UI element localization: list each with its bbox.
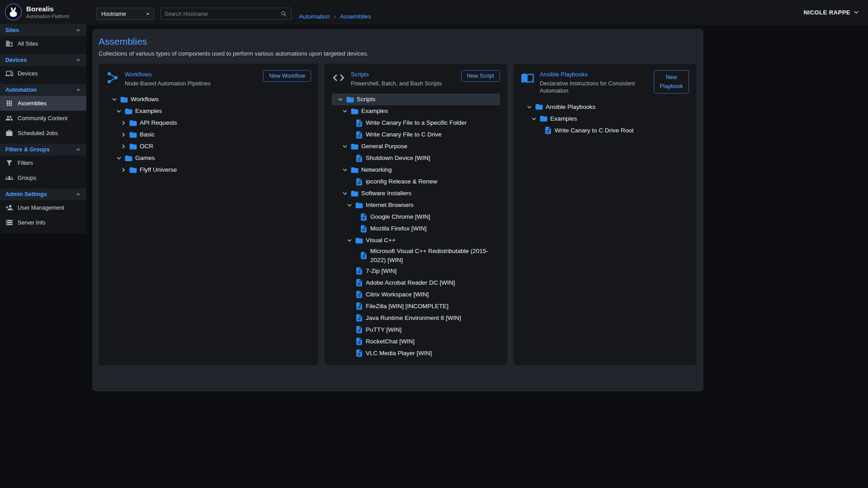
tree-node-label: RocketChat [WIN]: [366, 337, 415, 346]
chevron-right-icon[interactable]: [119, 166, 127, 174]
sidebar-item-assemblies[interactable]: Assemblies: [0, 96, 86, 111]
chevron-down-icon[interactable]: [115, 107, 123, 115]
search-icon[interactable]: [280, 10, 288, 18]
sidebar-section-header-devices[interactable]: Devices: [0, 54, 86, 66]
sidebar-item-groups[interactable]: Groups: [0, 170, 86, 185]
tree-folder-networking[interactable]: Networking: [332, 164, 500, 176]
hostname-dropdown[interactable]: Hostname: [96, 8, 154, 20]
section-label: Automation: [5, 87, 37, 93]
tree-file-write-canary-to-c-drive-root[interactable]: Write Canary to C Drive Root: [521, 125, 689, 136]
tree-file-vlc-media-player-win[interactable]: VLC Media Player [WIN]: [332, 347, 500, 359]
tree-folder-ansible-playbooks[interactable]: Ansible Playbooks: [521, 101, 689, 113]
tree-file-write-canary-file-to-c-drive[interactable]: Write Canary File to C Drive: [332, 129, 500, 141]
tree-folder-ocr[interactable]: OCR: [106, 141, 311, 152]
tree-folder-workflows[interactable]: Workflows: [106, 94, 311, 105]
breadcrumb-current-assemblies[interactable]: Assemblies: [340, 13, 371, 20]
sidebar-section-sites: SitesAll Sites: [0, 24, 86, 51]
sidebar: SitesAll SitesDevicesDevicesAutomationAs…: [0, 24, 86, 233]
sidebar-item-community-content[interactable]: Community Content: [0, 111, 86, 126]
breadcrumb-link-automation[interactable]: Automation: [299, 13, 330, 20]
chevron-down-icon[interactable]: [345, 201, 354, 209]
chevron-down-icon[interactable]: [530, 115, 538, 123]
chevron-spacer: [345, 154, 354, 162]
sidebar-section-header-admin-settings[interactable]: Admin Settings: [0, 188, 86, 200]
sidebar-item-user-management[interactable]: User Management: [0, 200, 86, 215]
search-input[interactable]: [165, 11, 280, 17]
tree-node-label: Visual C++: [366, 236, 396, 245]
tree-folder-api-requests[interactable]: API Requests: [106, 117, 311, 129]
sidebar-section-header-sites[interactable]: Sites: [0, 24, 86, 36]
tree-file-mozilla-firefox-win[interactable]: Mozilla Firefox [WIN]: [332, 223, 500, 235]
tree-file-putty-win[interactable]: PuTTY [WIN]: [332, 324, 500, 335]
tree-file-write-canary-file-to-a-specific-folder[interactable]: Write Canary File to a Specific Folder: [332, 117, 500, 129]
tree-folder-scripts[interactable]: Scripts: [332, 94, 500, 105]
tree-node-label: Basic: [140, 130, 155, 139]
tree-folder-flyff-universe[interactable]: Flyff Universe: [106, 164, 311, 176]
file-icon: [359, 225, 368, 233]
chevron-down-icon[interactable]: [115, 154, 123, 162]
tree-file-shutdown-device-win[interactable]: Shutdown Device [WIN]: [332, 152, 500, 164]
tree-folder-games[interactable]: Games: [106, 152, 311, 164]
chevron-down-icon[interactable]: [341, 166, 349, 174]
file-icon: [355, 349, 363, 357]
chevron-down-icon[interactable]: [341, 189, 349, 197]
tree-file-microsoft-visual-c-redistributable-2015-2022-win[interactable]: Microsoft Visual C++ Redistributable (20…: [332, 246, 500, 265]
ansible-playbooks-card: Ansible Playbooks Declarative Instructio…: [514, 64, 696, 365]
chevron-right-icon[interactable]: [119, 142, 127, 150]
tree-folder-examples[interactable]: Examples: [106, 105, 311, 117]
borealis-logo-icon: [5, 3, 22, 21]
tree-folder-examples[interactable]: Examples: [332, 105, 500, 117]
page-description: Collections of various types of componen…: [99, 50, 697, 57]
tree-node-label: General Purpose: [361, 142, 407, 151]
sidebar-item-devices[interactable]: Devices: [0, 66, 86, 81]
tree-folder-general-purpose[interactable]: General Purpose: [332, 141, 500, 152]
chevron-right-icon[interactable]: [119, 131, 127, 139]
new-playbook-button[interactable]: New Playbook: [654, 70, 689, 94]
user-menu[interactable]: NICOLE RAPPE: [803, 0, 861, 24]
chevron-spacer: [345, 267, 354, 275]
sidebar-item-label: User Management: [18, 205, 64, 211]
sidebar-section-header-automation[interactable]: Automation: [0, 84, 86, 96]
tree-node-label: Examples: [361, 107, 388, 116]
brand-text: Borealis Automation Platform: [26, 5, 69, 19]
chevron-down-icon[interactable]: [341, 142, 349, 150]
chevron-down-icon[interactable]: [110, 95, 118, 103]
chevron-down-icon[interactable]: [525, 103, 533, 111]
chevron-down-icon[interactable]: [341, 107, 349, 115]
sidebar-section-devices: DevicesDevices: [0, 54, 86, 81]
chevron-spacer: [345, 131, 354, 139]
sidebar-item-filters[interactable]: Filters: [0, 155, 86, 170]
tree-file-java-runtime-environment-8-win[interactable]: Java Runtime Environment 8 [WIN]: [332, 312, 500, 324]
chevron-down-icon: [852, 8, 861, 17]
tree-file-ipconfig-release-renew[interactable]: ipconfig Release & Renew: [332, 176, 500, 188]
chevron-right-icon[interactable]: [119, 119, 127, 127]
tree-file-filezilla-win-incomplete[interactable]: FileZilla [WIN] [INCOMPLETE]: [332, 300, 500, 312]
sidebar-item-all-sites[interactable]: All Sites: [0, 36, 86, 51]
tree-file-google-chrome-win[interactable]: Google Chrome [WIN]: [332, 211, 500, 223]
tree-folder-internet-browsers[interactable]: Internet Browsers: [332, 199, 500, 211]
tree-node-label: Write Canary File to C Drive: [366, 130, 442, 139]
chevron-spacer: [345, 337, 354, 345]
tree-file-adobe-acrobat-reader-dc-win[interactable]: Adobe Acrobat Reader DC [WIN]: [332, 277, 500, 288]
chevron-down-icon[interactable]: [345, 236, 354, 244]
folder-icon: [350, 189, 359, 198]
chevron-down-icon[interactable]: [336, 95, 344, 103]
sidebar-item-server-info[interactable]: Server Info: [0, 215, 86, 230]
new-script-button[interactable]: New Script: [461, 70, 500, 82]
sidebar-section-header-filters-groups[interactable]: Filters & Groups: [0, 144, 86, 155]
tree-folder-examples[interactable]: Examples: [521, 113, 689, 125]
tree-folder-visual-c[interactable]: Visual C++: [332, 235, 500, 246]
sidebar-item-scheduled-jobs[interactable]: Scheduled Jobs: [0, 126, 86, 141]
tree-file-citrix-workspace-win[interactable]: Citrix Workspace [WIN]: [332, 288, 500, 300]
new-workflow-button[interactable]: New Workflow: [263, 70, 311, 82]
workflows-card-header: Workflows Node-Based Automation Pipeline…: [106, 70, 311, 87]
tree-file-rocketchat-win[interactable]: RocketChat [WIN]: [332, 335, 500, 347]
tree-folder-software-installers[interactable]: Software Installers: [332, 188, 500, 199]
sidebar-section-automation: AutomationAssembliesCommunity ContentSch…: [0, 84, 86, 141]
scripts-card-titles: Scripts Powershell, Batch, and Bash Scri…: [351, 70, 456, 87]
sidebar-item-label: Server Info: [18, 220, 45, 226]
tree-file-7-zip-win[interactable]: 7-Zip [WIN]: [332, 265, 500, 277]
section-label: Sites: [5, 27, 19, 33]
tree-folder-basic[interactable]: Basic: [106, 129, 311, 141]
tree-node-label: Software Installers: [361, 189, 411, 198]
